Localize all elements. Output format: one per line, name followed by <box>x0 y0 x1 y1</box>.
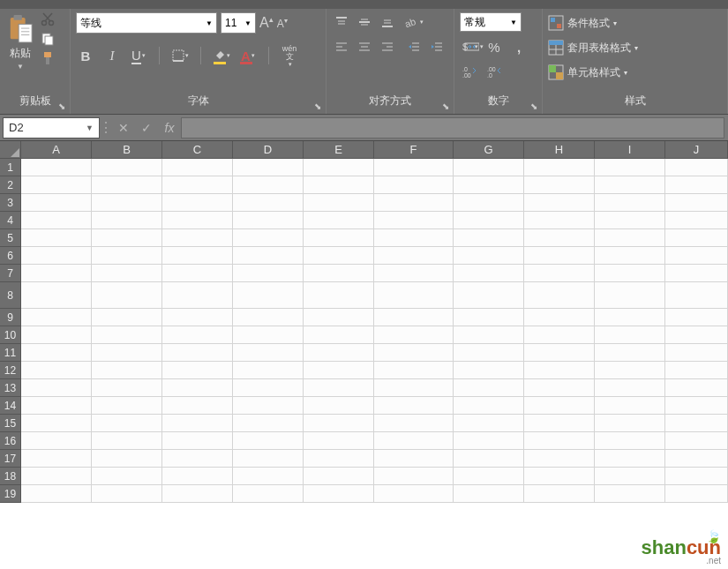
formula-input[interactable] <box>181 117 724 139</box>
cell[interactable] <box>595 450 665 468</box>
cell[interactable] <box>21 397 92 415</box>
cell[interactable] <box>595 309 665 326</box>
align-top-button[interactable] <box>332 12 351 32</box>
cell[interactable] <box>304 212 374 229</box>
cell[interactable] <box>595 176 665 194</box>
cell[interactable] <box>92 450 162 468</box>
row-header[interactable]: 17 <box>0 450 21 468</box>
bold-button[interactable]: B <box>76 46 95 65</box>
cell[interactable] <box>374 450 454 468</box>
cell[interactable] <box>595 212 665 229</box>
cell[interactable] <box>374 212 454 229</box>
cell[interactable] <box>304 344 374 362</box>
cell[interactable] <box>304 176 374 194</box>
cell[interactable] <box>374 194 454 212</box>
cell[interactable] <box>454 362 524 379</box>
row-header[interactable]: 8 <box>0 282 21 309</box>
cell[interactable] <box>665 212 728 229</box>
column-header[interactable]: E <box>304 141 374 159</box>
cell[interactable] <box>162 176 233 194</box>
cell[interactable] <box>595 362 665 379</box>
cell[interactable] <box>304 282 374 309</box>
cell[interactable] <box>524 432 595 450</box>
cell[interactable] <box>21 344 92 362</box>
cell[interactable] <box>665 176 728 194</box>
cell[interactable] <box>524 379 595 397</box>
column-header[interactable]: H <box>524 141 595 159</box>
cell[interactable] <box>454 397 524 415</box>
font-size-select[interactable]: 11 ▼ <box>221 12 256 34</box>
border-button[interactable]: ▾ <box>170 46 190 65</box>
cell[interactable] <box>524 485 595 503</box>
cell[interactable] <box>454 282 524 309</box>
format-painter-button[interactable] <box>41 51 55 65</box>
row-header[interactable]: 6 <box>0 247 21 265</box>
cell[interactable] <box>92 282 162 309</box>
cell[interactable] <box>454 415 524 432</box>
clipboard-launcher[interactable]: ⬊ <box>56 100 68 112</box>
cell[interactable] <box>162 309 233 326</box>
row-header[interactable]: 16 <box>0 432 21 450</box>
cell[interactable] <box>21 265 92 282</box>
row-header[interactable]: 18 <box>0 468 21 485</box>
cell[interactable] <box>304 485 374 503</box>
cell[interactable] <box>595 344 665 362</box>
cell[interactable] <box>524 247 595 265</box>
paste-button[interactable]: 粘贴 ▼ <box>5 12 35 72</box>
cell[interactable] <box>595 282 665 309</box>
cell[interactable] <box>21 212 92 229</box>
cell[interactable] <box>454 229 524 247</box>
cell[interactable] <box>374 265 454 282</box>
cell[interactable] <box>304 159 374 176</box>
cell[interactable] <box>374 309 454 326</box>
cell[interactable] <box>233 247 304 265</box>
cell[interactable] <box>524 176 595 194</box>
cell[interactable] <box>304 194 374 212</box>
row-header[interactable]: 13 <box>0 379 21 397</box>
cell[interactable] <box>595 379 665 397</box>
cell[interactable] <box>92 432 162 450</box>
cell[interactable] <box>304 397 374 415</box>
cell[interactable] <box>374 397 454 415</box>
cell[interactable] <box>595 468 665 485</box>
cell[interactable] <box>21 362 92 379</box>
cell[interactable] <box>454 468 524 485</box>
cell[interactable] <box>665 485 728 503</box>
cell[interactable] <box>21 194 92 212</box>
cell[interactable] <box>233 379 304 397</box>
cell[interactable] <box>524 326 595 344</box>
cell[interactable] <box>21 247 92 265</box>
decrease-decimal-button[interactable]: .00.0 <box>484 62 504 81</box>
cell[interactable] <box>233 326 304 344</box>
cell[interactable] <box>454 247 524 265</box>
cell[interactable] <box>524 468 595 485</box>
cell[interactable] <box>304 415 374 432</box>
cell[interactable] <box>21 485 92 503</box>
cell[interactable] <box>92 309 162 326</box>
cell[interactable] <box>665 432 728 450</box>
column-header[interactable]: F <box>374 141 454 159</box>
row-header[interactable]: 7 <box>0 265 21 282</box>
orientation-button[interactable]: ab▾ <box>404 12 424 32</box>
chevron-down-icon[interactable]: ▼ <box>86 124 94 132</box>
cell[interactable] <box>454 450 524 468</box>
cell[interactable] <box>665 326 728 344</box>
cell[interactable] <box>92 344 162 362</box>
cell[interactable] <box>162 379 233 397</box>
cell[interactable] <box>92 229 162 247</box>
increase-indent-button[interactable] <box>427 37 447 56</box>
column-header[interactable]: C <box>162 141 233 159</box>
font-launcher[interactable]: ⬊ <box>311 100 324 112</box>
insert-function-button[interactable]: fx <box>158 117 181 139</box>
cell[interactable] <box>92 362 162 379</box>
column-header[interactable]: J <box>665 141 728 159</box>
row-header[interactable]: 12 <box>0 362 21 379</box>
cell[interactable] <box>21 468 92 485</box>
cell[interactable] <box>524 450 595 468</box>
cell[interactable] <box>233 415 304 432</box>
italic-button[interactable]: I <box>102 46 122 65</box>
cell[interactable] <box>595 247 665 265</box>
cell[interactable] <box>665 397 728 415</box>
cell[interactable] <box>665 229 728 247</box>
cell[interactable] <box>162 397 233 415</box>
